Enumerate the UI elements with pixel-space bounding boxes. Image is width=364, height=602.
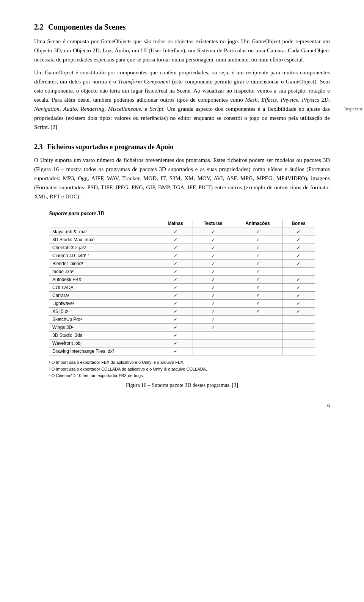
col-header-malhas: Malhas (158, 219, 193, 228)
table-row: Maya .mb & .ma¹✓✓✓✓ (49, 228, 315, 236)
row-cell-bones: ✓ (282, 244, 315, 252)
row-cell-texturas: ✓ (193, 292, 233, 300)
row-cell-texturas: ✓ (193, 260, 233, 268)
row-cell-malhas: ✓ (158, 347, 193, 355)
row-label: Cinema 4D .c4d¹ ³ (49, 252, 158, 260)
row-label: XSI 5.x¹ (49, 308, 158, 316)
row-cell-animacoes: ✓ (233, 292, 282, 300)
section-22-para-1: Uma Scene é composta por GameObjects que… (34, 37, 330, 64)
row-cell-texturas: ✓ (193, 228, 233, 236)
row-cell-texturas (193, 347, 233, 355)
col-header-empty (49, 219, 158, 228)
footnote-2: ² O Import usa o exportador COLLADA do a… (49, 366, 315, 373)
row-label: Cheetah 3D .jas¹ (49, 244, 158, 252)
row-cell-bones: ✓ (282, 284, 315, 292)
row-cell-malhas: ✓ (158, 228, 193, 236)
row-cell-bones (282, 324, 315, 332)
row-cell-bones: ✓ (282, 228, 315, 236)
row-cell-malhas: ✓ (158, 260, 193, 268)
row-cell-malhas: ✓ (158, 252, 193, 260)
section-22-heading: 2.2 Componentes da Scenes (34, 23, 330, 31)
row-cell-texturas: ✓ (193, 316, 233, 324)
section-22-para-2: Um GameObject é constituído por componen… (34, 68, 330, 132)
footnote-3: ³ O Cinema4D 10 tem um exportador FBX de… (49, 373, 315, 379)
table-row: Wavefront .obj✓ (49, 340, 315, 347)
table-footnotes: ¹ O Import usa o exportador FBX do aplic… (49, 359, 315, 379)
row-cell-texturas: ✓ (193, 252, 233, 260)
row-cell-animacoes: ✓ (233, 236, 282, 244)
row-label: 3D Studio .3ds (49, 332, 158, 340)
section-23-number: 2.3 (34, 143, 43, 151)
support-table: Malhas Texturas Animações Bones Maya .mb… (49, 219, 315, 355)
row-cell-texturas: ✓ (193, 284, 233, 292)
table-container: Suporte para pacote 3D Malhas Texturas A… (49, 210, 315, 388)
table-row: Autodesk FBX✓✓✓✓ (49, 276, 315, 284)
row-label: Wings 3D¹ (49, 324, 158, 332)
row-cell-animacoes: ✓ (233, 276, 282, 284)
row-cell-malhas: ✓ (158, 308, 193, 316)
row-cell-texturas: ✓ (193, 324, 233, 332)
row-cell-malhas: ✓ (158, 244, 193, 252)
row-cell-animacoes (233, 340, 282, 347)
section-23-heading: 2.3 Ficheiros suportados e programas de … (34, 143, 330, 151)
table-title: Suporte para pacote 3D (49, 210, 315, 217)
page-number: 6 (327, 403, 330, 409)
table-row: Cinema 4D .c4d¹ ³✓✓✓✓ (49, 252, 315, 260)
col-header-bones: Bones (282, 219, 315, 228)
row-cell-bones (282, 316, 315, 324)
row-cell-malhas: ✓ (158, 332, 193, 340)
row-cell-bones: ✓ (282, 308, 315, 316)
table-row: Carrara¹✓✓✓✓ (49, 292, 315, 300)
row-cell-malhas: ✓ (158, 284, 193, 292)
table-row: XSI 5.x¹✓✓✓✓ (49, 308, 315, 316)
row-cell-bones (282, 340, 315, 347)
row-cell-animacoes: ✓ (233, 300, 282, 308)
row-label: Blender .blend¹ (49, 260, 158, 268)
row-cell-animacoes: ✓ (233, 268, 282, 276)
row-cell-malhas: ✓ (158, 236, 193, 244)
col-header-animacoes: Animações (233, 219, 282, 228)
row-label: Wavefront .obj (49, 340, 158, 347)
row-label: Carrara¹ (49, 292, 158, 300)
section-22-title: Componentes da Scenes (48, 23, 126, 31)
table-row: Drawing Interchange Files .dxf✓ (49, 347, 315, 355)
row-cell-bones: ✓ (282, 300, 315, 308)
table-row: Lightwave¹✓✓✓✓ (49, 300, 315, 308)
row-cell-texturas (193, 332, 233, 340)
row-cell-bones: ✓ (282, 276, 315, 284)
table-row: 3D Studio Max .max¹✓✓✓✓ (49, 236, 315, 244)
row-label: 3D Studio Max .max¹ (49, 236, 158, 244)
row-cell-malhas: ✓ (158, 292, 193, 300)
row-cell-texturas: ✓ (193, 300, 233, 308)
row-label: COLLADA (49, 284, 158, 292)
row-cell-animacoes: ✓ (233, 228, 282, 236)
row-label: modo .lxo² (49, 268, 158, 276)
row-cell-texturas: ✓ (193, 268, 233, 276)
figure-caption: Figura 16 – Suporta pacote 3D destes pro… (49, 382, 315, 388)
row-cell-bones: ✓ (282, 292, 315, 300)
row-cell-texturas: ✓ (193, 236, 233, 244)
row-cell-texturas (193, 340, 233, 347)
row-cell-malhas: ✓ (158, 268, 193, 276)
row-cell-bones (282, 268, 315, 276)
row-cell-animacoes: ✓ (233, 284, 282, 292)
row-label: Maya .mb & .ma¹ (49, 228, 158, 236)
row-cell-texturas: ✓ (193, 244, 233, 252)
table-row: Wings 3D¹✓✓ (49, 324, 315, 332)
row-cell-animacoes (233, 316, 282, 324)
row-cell-malhas: ✓ (158, 276, 193, 284)
row-cell-bones (282, 332, 315, 340)
row-cell-bones: ✓ (282, 260, 315, 268)
row-cell-malhas: ✓ (158, 316, 193, 324)
row-cell-texturas: ✓ (193, 308, 233, 316)
row-label: Drawing Interchange Files .dxf (49, 347, 158, 355)
table-row: 3D Studio .3ds✓ (49, 332, 315, 340)
table-row: Cheetah 3D .jas¹✓✓✓✓ (49, 244, 315, 252)
row-cell-bones (282, 347, 315, 355)
section-23-title: Ficheiros suportados e programas de Apoi… (47, 143, 174, 151)
row-cell-bones: ✓ (282, 236, 315, 244)
row-cell-bones: ✓ (282, 252, 315, 260)
row-label: Autodesk FBX (49, 276, 158, 284)
row-cell-animacoes: ✓ (233, 244, 282, 252)
inspector-label: Inspector (327, 106, 364, 112)
